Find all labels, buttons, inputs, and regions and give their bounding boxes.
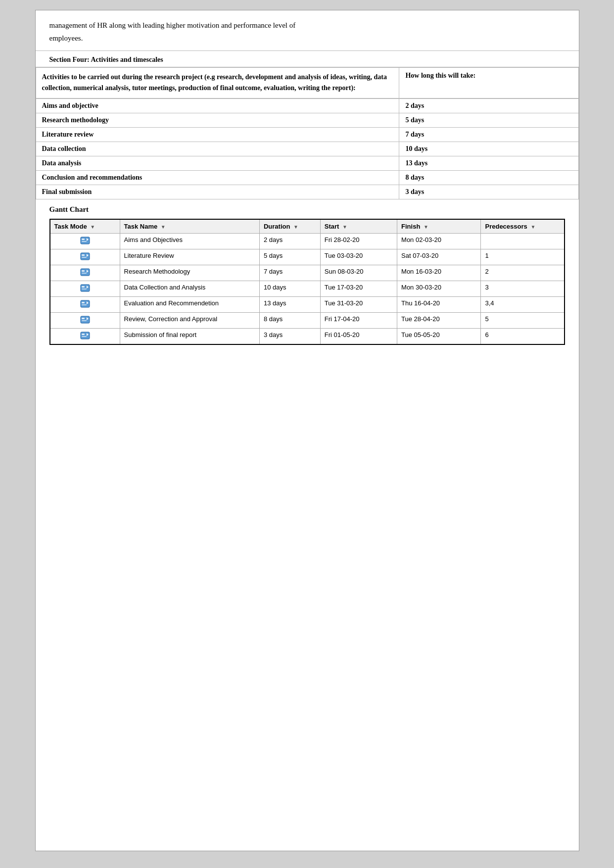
svg-rect-26: [82, 336, 87, 337]
task-start-cell: Tue 17-03-20: [320, 281, 397, 296]
svg-rect-25: [82, 334, 85, 335]
task-predecessors-cell: 2: [481, 265, 565, 281]
top-text-section: management of HR along with leading high…: [36, 10, 579, 51]
activity-name: Data analysis: [36, 156, 399, 170]
task-finish-cell: Tue 05-05-20: [397, 328, 481, 344]
task-mode-icon: [80, 268, 90, 277]
svg-rect-18: [82, 304, 87, 305]
activity-row: Research methodology 5 days: [36, 113, 578, 127]
svg-rect-6: [82, 257, 87, 258]
task-duration-cell: 3 days: [259, 328, 320, 344]
gantt-title: Gantt Chart: [49, 205, 565, 214]
filter-arrow-duration[interactable]: ▼: [293, 224, 298, 230]
task-finish-cell: Thu 16-04-20: [397, 296, 481, 312]
task-name-cell: Aims and Objectives: [120, 233, 259, 249]
svg-rect-4: [81, 253, 90, 260]
activity-name: Conclusion and recommendations: [36, 170, 399, 185]
task-mode-icon: [80, 284, 90, 292]
filter-arrow-name[interactable]: ▼: [161, 224, 166, 230]
svg-rect-24: [81, 332, 90, 339]
activities-header-table: Activities to be carried out during the …: [36, 67, 579, 98]
task-name-cell: Data Collection and Analysis: [120, 281, 259, 296]
gantt-row: Data Collection and Analysis 10 days Tue…: [50, 281, 565, 296]
activities-desc-header: Activities to be carried out during the …: [36, 68, 399, 98]
filter-arrow-finish[interactable]: ▼: [424, 224, 428, 230]
task-start-cell: Fri 28-02-20: [320, 233, 397, 249]
task-start-cell: Fri 01-05-20: [320, 328, 397, 344]
svg-rect-14: [82, 289, 87, 289]
gantt-row: Evaluation and Recommendetion 13 days Tu…: [50, 296, 565, 312]
task-mode-icon: [80, 315, 90, 324]
task-predecessors-cell: 3,4: [481, 296, 565, 312]
task-predecessors-cell: 3: [481, 281, 565, 296]
col-header-finish: Finish ▼: [397, 219, 481, 234]
svg-rect-5: [82, 254, 85, 256]
task-duration-cell: 10 days: [259, 281, 320, 296]
activity-row: Data analysis 13 days: [36, 156, 578, 170]
svg-rect-10: [82, 273, 87, 274]
task-mode-cell: [50, 233, 120, 249]
task-predecessors-cell: 5: [481, 312, 565, 328]
activity-name: Aims and objective: [36, 98, 399, 113]
task-mode-cell: [50, 265, 120, 281]
task-duration-cell: 2 days: [259, 233, 320, 249]
filter-arrow-mode[interactable]: ▼: [90, 224, 95, 230]
activities-rows-table: Aims and objective 2 days Research metho…: [36, 98, 579, 199]
activity-row: Literature review 7 days: [36, 127, 578, 142]
activity-row: Conclusion and recommendations 8 days: [36, 170, 578, 185]
activity-duration: 3 days: [399, 185, 578, 199]
task-mode-cell: [50, 312, 120, 328]
col-header-start: Start ▼: [320, 219, 397, 234]
activity-row: Data collection 10 days: [36, 142, 578, 156]
activity-duration: 2 days: [399, 98, 578, 113]
gantt-row: Submission of final report 3 days Fri 01…: [50, 328, 565, 344]
task-finish-cell: Mon 30-03-20: [397, 281, 481, 296]
gantt-row: Review, Correction and Approval 8 days F…: [50, 312, 565, 328]
task-predecessors-cell: 6: [481, 328, 565, 344]
task-start-cell: Sun 08-03-20: [320, 265, 397, 281]
task-finish-cell: Mon 16-03-20: [397, 265, 481, 281]
task-duration-cell: 13 days: [259, 296, 320, 312]
task-name-cell: Research Methodology: [120, 265, 259, 281]
task-start-cell: Fri 17-04-20: [320, 312, 397, 328]
activity-name: Final submission: [36, 185, 399, 199]
howlong-header: How long this will take:: [399, 68, 578, 98]
activity-duration: 8 days: [399, 170, 578, 185]
task-duration-cell: 7 days: [259, 265, 320, 281]
activity-duration: 10 days: [399, 142, 578, 156]
col-header-task-mode: Task Mode ▼: [50, 219, 120, 234]
svg-rect-9: [82, 270, 85, 272]
task-mode-icon: [80, 236, 90, 245]
activity-name: Research methodology: [36, 113, 399, 127]
task-name-cell: Evaluation and Recommendetion: [120, 296, 259, 312]
task-start-cell: Tue 31-03-20: [320, 296, 397, 312]
activity-row: Aims and objective 2 days: [36, 98, 578, 113]
col-header-predecessors: Predecessors ▼: [481, 219, 565, 234]
filter-arrow-predecessors[interactable]: ▼: [530, 224, 535, 230]
activity-name: Data collection: [36, 142, 399, 156]
activity-duration: 7 days: [399, 127, 578, 142]
col-header-duration: Duration ▼: [259, 219, 320, 234]
svg-rect-0: [81, 237, 90, 244]
gantt-table: Task Mode ▼ Task Name ▼ Duration ▼ Start…: [49, 219, 565, 345]
svg-rect-22: [82, 320, 87, 321]
page: management of HR along with leading high…: [35, 10, 579, 851]
section-four-title: Section Four: Activities and timescales: [49, 56, 163, 63]
col-header-task-name: Task Name ▼: [120, 219, 259, 234]
task-mode-icon: [80, 331, 90, 340]
task-mode-cell: [50, 249, 120, 265]
task-name-cell: Literature Review: [120, 249, 259, 265]
filter-arrow-start[interactable]: ▼: [342, 224, 347, 230]
task-predecessors-cell: [481, 233, 565, 249]
gantt-row: Aims and Objectives 2 days Fri 28-02-20 …: [50, 233, 565, 249]
task-duration-cell: 5 days: [259, 249, 320, 265]
task-mode-cell: [50, 328, 120, 344]
activity-name: Literature review: [36, 127, 399, 142]
task-mode-icon: [80, 252, 90, 261]
svg-rect-8: [81, 269, 90, 276]
task-start-cell: Tue 03-03-20: [320, 249, 397, 265]
task-finish-cell: Sat 07-03-20: [397, 249, 481, 265]
task-finish-cell: Tue 28-04-20: [397, 312, 481, 328]
svg-rect-16: [81, 300, 90, 307]
svg-rect-20: [81, 316, 90, 323]
